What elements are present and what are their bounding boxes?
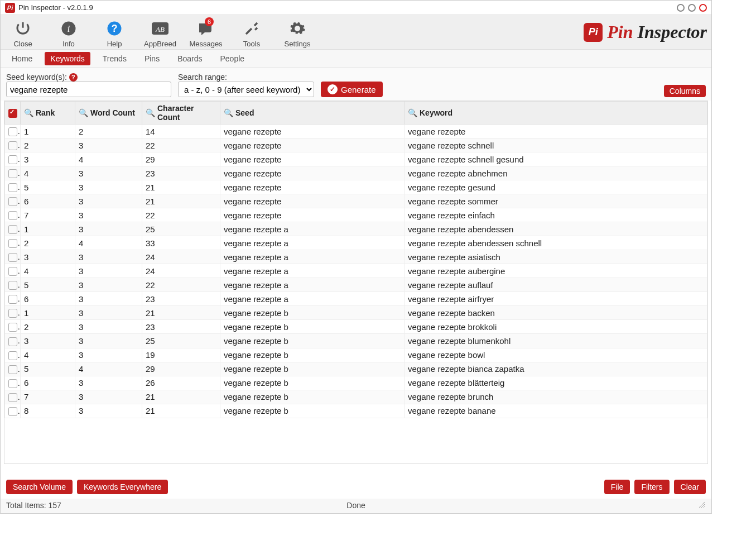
appbreed-button[interactable]: AB AppBreed (142, 18, 178, 48)
row-checkbox-cell[interactable] (5, 264, 21, 278)
row-checkbox[interactable] (8, 351, 17, 360)
row-checkbox-cell[interactable] (5, 236, 21, 250)
row-checkbox[interactable] (8, 239, 17, 248)
close-button[interactable]: Close (5, 18, 41, 48)
row-checkbox[interactable] (8, 183, 17, 192)
row-checkbox-cell[interactable] (5, 180, 21, 194)
header-seed[interactable]: 🔍Seed (220, 102, 405, 125)
search-volume-button[interactable]: Search Volume (6, 480, 73, 494)
row-checkbox[interactable] (8, 155, 17, 164)
row-checkbox[interactable] (8, 295, 17, 304)
file-button[interactable]: File (604, 480, 630, 494)
keywords-everywhere-button[interactable]: Keywords Everywhere (77, 480, 168, 494)
row-checkbox[interactable] (8, 309, 17, 318)
header-checkbox-cell[interactable] (5, 102, 21, 125)
row-checkbox-cell[interactable] (5, 362, 21, 376)
tab-pins[interactable]: Pins (139, 52, 165, 65)
clear-button[interactable]: Clear (674, 480, 706, 494)
results-table-scroll[interactable]: 🔍Rank 🔍Word Count 🔍Character Count 🔍Seed… (4, 101, 708, 464)
table-row[interactable]: 5321vegane rezeptevegane rezepte gesund (5, 180, 707, 194)
info-button[interactable]: i Info (51, 18, 86, 48)
table-row[interactable]: 1214vegane rezeptevegane rezepte (5, 125, 707, 138)
table-row[interactable]: 2322vegane rezeptevegane rezepte schnell (5, 138, 707, 152)
table-row[interactable]: 3429vegane rezeptevegane rezepte schnell… (5, 152, 707, 166)
table-row[interactable]: 5322vegane rezepte avegane rezepte aufla… (5, 278, 707, 292)
row-checkbox-cell[interactable] (5, 292, 21, 306)
row-checkbox-cell[interactable] (5, 404, 21, 418)
tools-button[interactable]: Tools (234, 18, 269, 48)
row-checkbox-cell[interactable] (5, 138, 21, 152)
header-keyword[interactable]: 🔍Keyword (405, 102, 707, 125)
table-row[interactable]: 4324vegane rezepte avegane rezepte auber… (5, 264, 707, 278)
row-checkbox[interactable] (8, 267, 17, 276)
filters-button[interactable]: Filters (634, 480, 669, 494)
table-row[interactable]: 4319vegane rezepte bvegane rezepte bowl (5, 348, 707, 362)
search-icon: 🔍 (408, 108, 417, 117)
maximize-icon[interactable] (688, 4, 696, 12)
row-checkbox[interactable] (8, 127, 17, 136)
question-icon[interactable]: ? (69, 73, 78, 82)
row-checkbox-cell[interactable] (5, 194, 21, 208)
row-checkbox-cell[interactable] (5, 348, 21, 362)
row-checkbox[interactable] (8, 225, 17, 234)
row-checkbox-cell[interactable] (5, 208, 21, 222)
header-char-count[interactable]: 🔍Character Count (142, 102, 220, 125)
table-row[interactable]: 6323vegane rezepte avegane rezepte airfr… (5, 292, 707, 306)
columns-button[interactable]: Columns (664, 85, 706, 97)
help-button[interactable]: ? Help (97, 18, 132, 48)
row-checkbox[interactable] (8, 323, 17, 332)
row-checkbox-cell[interactable] (5, 222, 21, 236)
row-checkbox-cell[interactable] (5, 306, 21, 320)
table-row[interactable]: 5429vegane rezepte bvegane rezepte bianc… (5, 362, 707, 376)
table-row[interactable]: 3324vegane rezepte avegane rezepte asiat… (5, 250, 707, 264)
header-checkbox[interactable] (8, 109, 17, 118)
table-row[interactable]: 1321vegane rezepte bvegane rezepte backe… (5, 306, 707, 320)
horizontal-scrollbar[interactable] (4, 464, 708, 474)
tab-home[interactable]: Home (6, 52, 38, 65)
row-checkbox-cell[interactable] (5, 390, 21, 404)
tab-keywords[interactable]: Keywords (45, 52, 90, 65)
header-word-count[interactable]: 🔍Word Count (75, 102, 142, 125)
row-checkbox[interactable] (8, 169, 17, 178)
header-rank[interactable]: 🔍Rank (21, 102, 75, 125)
row-checkbox-cell[interactable] (5, 125, 21, 138)
table-row[interactable]: 8321vegane rezepte bvegane rezepte banan… (5, 404, 707, 418)
row-checkbox-cell[interactable] (5, 320, 21, 334)
row-checkbox[interactable] (8, 407, 17, 416)
table-row[interactable]: 6326vegane rezepte bvegane rezepte blätt… (5, 376, 707, 390)
messages-button[interactable]: 6 Messages (188, 18, 224, 48)
table-row[interactable]: 2433vegane rezepte avegane rezepte abend… (5, 236, 707, 250)
resize-grip-icon[interactable] (698, 501, 706, 510)
seed-keyword-input[interactable] (6, 82, 171, 97)
table-row[interactable]: 7322vegane rezeptevegane rezepte einfach (5, 208, 707, 222)
row-checkbox[interactable] (8, 393, 17, 402)
table-row[interactable]: 6321vegane rezeptevegane rezepte sommer (5, 194, 707, 208)
row-checkbox-cell[interactable] (5, 278, 21, 292)
row-checkbox-cell[interactable] (5, 250, 21, 264)
minimize-icon[interactable] (677, 4, 685, 12)
row-checkbox-cell[interactable] (5, 376, 21, 390)
close-icon[interactable] (699, 4, 707, 12)
row-checkbox[interactable] (8, 337, 17, 346)
row-checkbox[interactable] (8, 281, 17, 290)
tab-trends[interactable]: Trends (97, 52, 132, 65)
search-range-select[interactable]: a - z, 0 - 9 (after seed keyword) (178, 82, 314, 97)
table-row[interactable]: 4323vegane rezeptevegane rezepte abnehme… (5, 166, 707, 180)
row-checkbox[interactable] (8, 253, 17, 262)
row-checkbox[interactable] (8, 365, 17, 374)
table-row[interactable]: 2323vegane rezepte bvegane rezepte brokk… (5, 320, 707, 334)
tab-boards[interactable]: Boards (172, 52, 208, 65)
table-row[interactable]: 1325vegane rezepte avegane rezepte abend… (5, 222, 707, 236)
tab-people[interactable]: People (214, 52, 250, 65)
row-checkbox[interactable] (8, 379, 17, 388)
generate-button[interactable]: ✓ Generate (321, 82, 383, 97)
row-checkbox[interactable] (8, 211, 17, 220)
row-checkbox-cell[interactable] (5, 334, 21, 348)
row-checkbox[interactable] (8, 141, 17, 150)
settings-button[interactable]: Settings (280, 18, 315, 48)
table-row[interactable]: 7321vegane rezepte bvegane rezepte brunc… (5, 390, 707, 404)
row-checkbox-cell[interactable] (5, 166, 21, 180)
row-checkbox-cell[interactable] (5, 152, 21, 166)
row-checkbox[interactable] (8, 197, 17, 206)
table-row[interactable]: 3325vegane rezepte bvegane rezepte blume… (5, 334, 707, 348)
